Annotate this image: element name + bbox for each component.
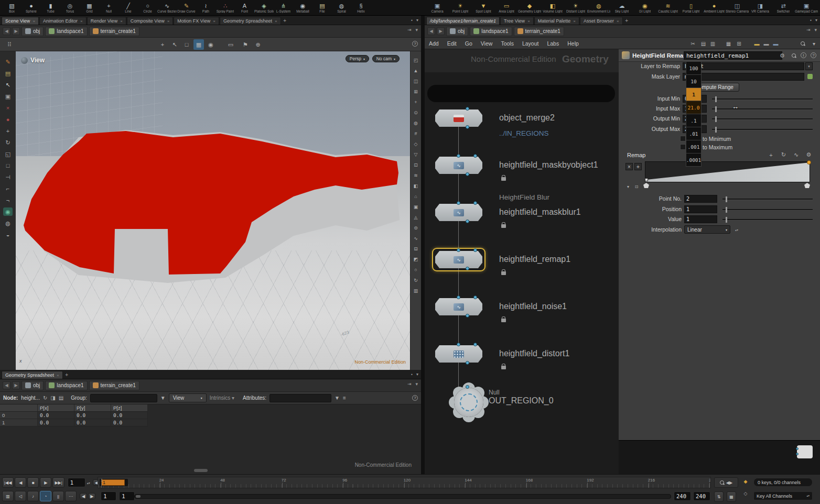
outmax-slider-track[interactable]	[712, 129, 813, 130]
menu-tools[interactable]: Tools	[497, 40, 518, 47]
pane-menu-icon[interactable]: ▾	[416, 18, 418, 23]
intrinsics-dropdown[interactable]: Intrinsics ▾	[210, 395, 234, 401]
breadcrumb-obj[interactable]: obj	[446, 27, 468, 36]
shelf-tool-point-light[interactable]: ☀Point Light	[449, 0, 472, 15]
shelf-tool-line[interactable]: ╱Line	[118, 0, 138, 15]
tab-material-palette[interactable]: Material Palette×	[534, 17, 579, 25]
breadcrumb-obj[interactable]: obj	[21, 27, 44, 36]
close-icon[interactable]: ×	[167, 19, 170, 24]
shelf-tool-distant-light[interactable]: ☀Distant Light	[564, 0, 587, 15]
ladder-value-1[interactable]: 1	[686, 87, 702, 101]
shelf-tool-stereo-camera[interactable]: ◫Stereo Camera	[726, 0, 749, 15]
corner-icon[interactable]: ◩	[412, 256, 420, 262]
shelf-tool-environment-light[interactable]: ◍Environment Light	[587, 0, 610, 15]
node-output-dot[interactable]	[466, 220, 469, 223]
shelf-tool-caustic-light[interactable]: ≋Caustic Light	[656, 0, 679, 15]
shelf-tool-ambient-light[interactable]: ●Ambient Light	[703, 0, 726, 15]
forward-icon[interactable]: ▶	[12, 381, 20, 389]
column-header-p-z[interactable]: P[z]	[111, 404, 148, 412]
value-input[interactable]: 1	[684, 215, 717, 223]
interpolation-select[interactable]: Linear▾	[684, 225, 730, 234]
playback-end-field[interactable]: 240	[693, 491, 710, 501]
tab-geometry-spreadsheet[interactable]: Geometry Spreadsheet×	[2, 371, 63, 379]
scale-icon[interactable]: ◱	[3, 150, 13, 158]
rotate-icon[interactable]: ↻	[3, 138, 13, 147]
shelf-tool-grid[interactable]: ▦Grid	[80, 0, 99, 15]
stop-button[interactable]: ■	[27, 477, 39, 488]
home-icon[interactable]: ⌂	[412, 193, 420, 200]
node-input2-dot[interactable]	[473, 248, 477, 252]
panel-menu-icon[interactable]: ▾	[810, 39, 818, 48]
shelf-tool-spray-paint[interactable]: ∴Spray Paint	[215, 0, 235, 15]
tick-display-icon[interactable]: ||	[52, 491, 64, 501]
pane-maximize-icon[interactable]: ▪	[411, 18, 413, 23]
node-title[interactable]: OUT_REGION_0	[489, 396, 554, 406]
playback-range-slider[interactable]	[134, 494, 671, 499]
interpolation-spinner[interactable]: ▴▾	[734, 225, 739, 234]
collapse-ramp-icon[interactable]: ▾	[625, 183, 631, 190]
camera-persp-dropdown[interactable]: Persp ▾	[346, 55, 369, 62]
menu-edit[interactable]: Edit	[443, 40, 461, 47]
lock-icon[interactable]: ▣	[3, 92, 13, 101]
note-yellow-icon[interactable]: ▬	[752, 39, 761, 48]
frame-spinner[interactable]: ▴▾	[86, 478, 91, 487]
add-tab-button[interactable]: +	[623, 17, 630, 25]
breadcrumb-terrain-create1[interactable]: terrain_create1	[89, 381, 139, 390]
pin-icon[interactable]: ▲	[412, 67, 420, 74]
node-input-dot[interactable]	[466, 107, 469, 111]
boxed-dot-icon[interactable]: ⊡	[412, 161, 420, 168]
shelf-tool-area-light[interactable]: ▭Area Light	[495, 0, 518, 15]
outmin-slider-handle[interactable]	[715, 116, 717, 122]
node-title[interactable]: object_merge2	[499, 113, 555, 123]
pin-icon[interactable]: ▤	[59, 395, 63, 401]
half-icon[interactable]: ◧	[412, 182, 420, 189]
point_no-input[interactable]: 2	[684, 195, 717, 203]
box-icon[interactable]: □	[3, 161, 13, 170]
paint-brush-icon[interactable]: ✎	[3, 58, 13, 66]
pane-menu-icon[interactable]: ▾	[815, 18, 817, 23]
frame-icon[interactable]: ▣	[412, 203, 420, 210]
breadcrumb-landspace1[interactable]: landspace1	[45, 381, 87, 390]
grid-snap-icon[interactable]: ⊞	[412, 88, 420, 95]
value-slider-handle[interactable]	[726, 217, 727, 223]
search-icon[interactable]	[790, 51, 798, 60]
remove-key-icon[interactable]: ◇	[741, 490, 750, 497]
point-snap-icon[interactable]: ⊙	[412, 109, 420, 116]
close-icon[interactable]: ×	[213, 19, 215, 24]
tab-composite-view[interactable]: Composite View×	[127, 17, 174, 25]
shelf-tool-tube[interactable]: ▮Tube	[41, 0, 60, 15]
table-cell[interactable]: 0.0	[74, 412, 111, 419]
forward-icon[interactable]: ▶	[12, 27, 20, 35]
menu-go[interactable]: Go	[461, 40, 477, 47]
node-out-region-0[interactable]: NullOUT_REGION_0	[435, 388, 482, 405]
tab-geometry-spreadsheet[interactable]: Geometry Spreadsheet×	[220, 17, 281, 25]
shelf-tool-camera[interactable]: ▣Camera	[426, 0, 449, 15]
pane-menu-icon[interactable]: ▾	[416, 372, 418, 377]
value-ladder-menu[interactable]: 10010121.0.1.01.001.0001	[686, 62, 702, 167]
circle-icon[interactable]: ○	[412, 266, 420, 273]
metronome-icon[interactable]: ♪	[27, 491, 39, 501]
ladder-value-21-0[interactable]: 21.0	[686, 101, 702, 114]
position-slider-handle[interactable]	[726, 207, 727, 213]
add-tab-button[interactable]: +	[282, 17, 288, 25]
shelf-tool-sky-light[interactable]: ☁Sky Light	[610, 0, 633, 15]
search-icon[interactable]	[799, 39, 807, 48]
node-body[interactable]: ∿	[435, 298, 482, 315]
shelf-tool-torus[interactable]: ◎Torus	[60, 0, 80, 15]
list-icon[interactable]: ▤	[699, 39, 708, 48]
ramp-grid-icon[interactable]: ⊡	[633, 183, 640, 190]
shelf-tool-portal-light[interactable]: ▯Portal Light	[679, 0, 703, 15]
menu-add[interactable]: Add	[425, 40, 443, 47]
dopesheet-icon[interactable]: ⋯	[65, 491, 77, 501]
node-title[interactable]: heightfield_maskblur1	[499, 207, 581, 217]
tab-tree-view[interactable]: Tree View×	[500, 17, 534, 25]
table-cell[interactable]: 0.0	[38, 419, 74, 426]
group-input[interactable]	[90, 394, 157, 402]
list-icon[interactable]: ≡	[343, 395, 346, 401]
outmin-slider-track[interactable]	[712, 118, 813, 120]
spinner-icon[interactable]: ▴▾	[806, 495, 810, 497]
pose-icon[interactable]: ⊣	[3, 173, 13, 181]
ladder-value-1[interactable]: .1	[686, 114, 702, 127]
play-button[interactable]: ▶	[40, 477, 51, 488]
hook-icon[interactable]: ⌐	[3, 184, 13, 193]
